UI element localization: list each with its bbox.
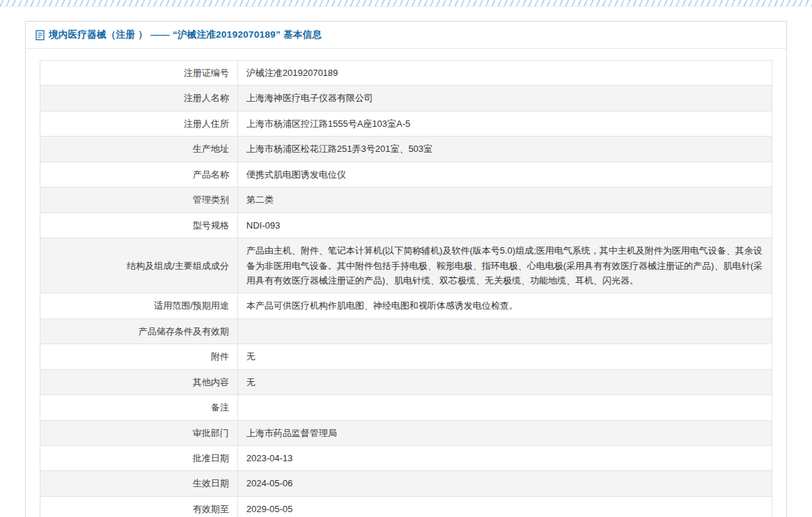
row-label: 注册人住所 [40, 111, 238, 136]
table-row: 结构及组成/主要组成成分 产品由主机、附件、笔记本计算机(以下简称辅机)及软件(… [40, 238, 772, 293]
row-value: 便携式肌电图诱发电位仪 [237, 162, 772, 187]
table-row: 有效期至 2029-05-05 [40, 496, 772, 517]
row-label: 注册人名称 [40, 86, 238, 111]
table-row: 生产地址 上海市杨浦区松花江路251弄3号201室、503室 [40, 137, 772, 162]
registration-info-table: 注册证编号 沪械注准20192070189 注册人名称 上海海神医疗电子仪器有限… [40, 60, 772, 517]
row-value: 本产品可供医疗机构作肌电图、神经电图和视听体感诱发电位检查。 [237, 293, 772, 318]
row-value: 第二类 [237, 187, 772, 213]
row-label: 生产地址 [40, 137, 238, 162]
row-label: 产品储存条件及有效期 [40, 318, 238, 344]
row-label: 其他内容 [40, 369, 238, 394]
row-label: 注册证编号 [40, 61, 238, 86]
row-value [237, 395, 772, 420]
row-label: 备注 [40, 395, 238, 420]
row-value: 2023-04-13 [237, 446, 772, 471]
table-row: 型号规格 NDI-093 [40, 213, 772, 238]
info-table-wrap: 注册证编号 沪械注准20192070189 注册人名称 上海海神医疗电子仪器有限… [40, 60, 772, 517]
row-label: 审批部门 [40, 420, 238, 445]
table-row: 产品名称 便携式肌电图诱发电位仪 [40, 162, 772, 187]
row-label: 生效日期 [40, 471, 238, 496]
row-label: 结构及组成/主要组成成分 [40, 238, 238, 293]
row-label: 有效期至 [40, 496, 238, 517]
table-row: 备注 [40, 395, 772, 420]
row-value: 无 [237, 344, 772, 369]
table-row: 注册人住所 上海市杨浦区控江路1555号A座103室A-5 [40, 111, 772, 136]
table-row: 注册证编号 沪械注准20192070189 [40, 61, 772, 86]
table-row: 审批部门 上海市药品监督管理局 [40, 420, 772, 445]
row-value: 上海市药品监督管理局 [237, 420, 772, 445]
row-value: 产品由主机、附件、笔记本计算机(以下简称辅机)及软件(版本号5.0)组成;医用电… [237, 238, 772, 293]
table-row: 生效日期 2024-05-06 [40, 471, 772, 496]
row-value: 无 [237, 369, 772, 394]
table-row: 产品储存条件及有效期 [40, 318, 772, 344]
row-label: 产品名称 [40, 162, 238, 187]
table-row: 批准日期 2023-04-13 [40, 446, 772, 471]
row-label: 管理类别 [40, 187, 238, 213]
row-value: 上海市杨浦区松花江路251弄3号201室、503室 [237, 137, 772, 162]
table-row: 适用范围/预期用途 本产品可供医疗机构作肌电图、神经电图和视听体感诱发电位检查。 [40, 293, 772, 318]
table-row: 管理类别 第二类 [40, 187, 772, 213]
registration-info-panel: 境内医疗器械（注册 ） —— “沪械注准20192070189” 基本信息 注册… [25, 21, 787, 517]
row-label: 适用范围/预期用途 [40, 293, 238, 318]
row-value: 沪械注准20192070189 [237, 61, 772, 86]
top-decorative-stripe [0, 0, 812, 7]
row-label: 批准日期 [40, 446, 238, 471]
page-title: 境内医疗器械（注册 ） —— “沪械注准20192070189” 基本信息 [49, 29, 322, 41]
panel-header: 境内医疗器械（注册 ） —— “沪械注准20192070189” 基本信息 [26, 22, 786, 49]
row-value [237, 318, 772, 344]
row-value: 2029-05-05 [237, 496, 772, 517]
row-label: 型号规格 [40, 213, 238, 238]
row-value: NDI-093 [237, 213, 772, 238]
table-row: 其他内容 无 [40, 369, 772, 394]
row-label: 附件 [40, 344, 238, 369]
table-row: 附件 无 [40, 344, 772, 369]
row-value: 2024-05-06 [237, 471, 772, 496]
row-value: 上海市杨浦区控江路1555号A座103室A-5 [237, 111, 772, 136]
row-value: 上海海神医疗电子仪器有限公司 [237, 86, 772, 111]
table-row: 注册人名称 上海海神医疗电子仪器有限公司 [40, 86, 772, 111]
document-icon [36, 30, 45, 40]
